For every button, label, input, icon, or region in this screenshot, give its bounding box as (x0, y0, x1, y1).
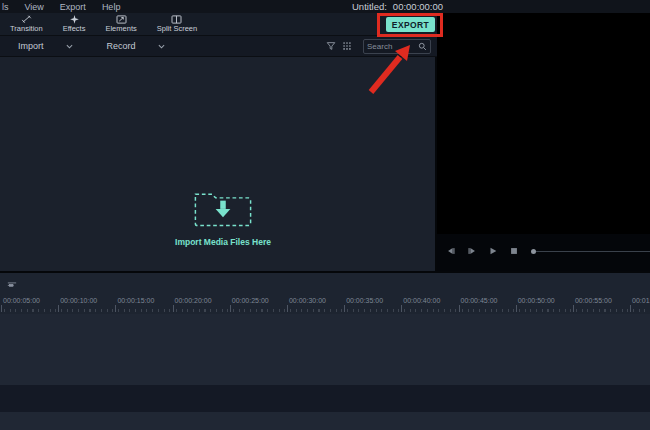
ruler-ticks (115, 305, 172, 312)
stop-icon (509, 246, 519, 256)
manage-tracks-button[interactable] (4, 277, 20, 293)
ruler-cell: 00:00:15:00 (115, 296, 172, 314)
filmora-window: ls View Export Help Untitled: 00:00:00:0… (0, 0, 650, 430)
media-library-header: Import Record (0, 36, 437, 57)
transition-label: Transition (10, 25, 43, 33)
ruler-ticks (230, 305, 287, 312)
ruler-cell: 00:00:10:00 (58, 296, 115, 314)
import-hint-label: Import Media Files Here (175, 237, 271, 247)
menu-item-export[interactable]: Export (60, 2, 86, 12)
window-title: Untitled: 00:00:00:00 (352, 1, 443, 12)
menu-item-view[interactable]: View (25, 2, 44, 12)
timeline-track-area[interactable] (0, 314, 650, 385)
split-screen-icon (171, 15, 182, 24)
step-backward-button[interactable] (445, 245, 457, 257)
ruler-label: 00:00:50:00 (516, 296, 573, 305)
timeline-audio-track[interactable] (0, 385, 650, 412)
grid-view-icon (342, 41, 352, 51)
transition-icon (21, 15, 32, 24)
ruler-cell: 00:00:30:00 (287, 296, 344, 314)
ruler-label: 00:00:55:00 (573, 296, 630, 305)
ruler-ticks (58, 305, 115, 312)
effects-label: Effects (63, 25, 86, 33)
ruler-ticks (401, 305, 458, 312)
ruler-cell: 00:01:00:00 (630, 296, 650, 314)
ruler-label: 00:00:40:00 (401, 296, 458, 305)
timeline-lower-track[interactable] (0, 412, 650, 430)
ruler-cell: 00:00:25:00 (230, 296, 287, 314)
preview-panel (437, 13, 650, 271)
seek-track[interactable] (536, 251, 650, 252)
ruler-cell: 00:00:20:00 (173, 296, 230, 314)
import-dropdown[interactable]: Import (18, 41, 73, 51)
import-dropdown-label: Import (18, 41, 44, 51)
ruler-label: 00:00:20:00 (173, 296, 230, 305)
elements-icon (116, 15, 127, 24)
search-icon (418, 42, 427, 51)
timeline-toolbar (0, 273, 650, 296)
preview-screen (437, 13, 650, 234)
ruler-cell: 00:00:35:00 (344, 296, 401, 314)
filter-button[interactable] (323, 38, 339, 54)
project-timecode: 00:00:00:00 (393, 1, 443, 12)
ruler-cell: 00:00:55:00 (573, 296, 630, 314)
playback-controls (437, 239, 650, 263)
export-button[interactable]: EXPORT (386, 17, 435, 32)
menu-item-tools[interactable]: ls (2, 2, 9, 12)
ruler-ticks (344, 305, 401, 312)
ruler-label: 00:00:35:00 (344, 296, 401, 305)
search-input[interactable] (367, 42, 415, 51)
project-title: Untitled: (352, 1, 387, 12)
ruler-ticks (459, 305, 516, 312)
ruler-cell: 00:00:45:00 (459, 296, 516, 314)
search-box[interactable] (363, 39, 431, 54)
step-forward-icon (467, 246, 477, 256)
split-screen-button[interactable]: Split Screen (147, 13, 207, 36)
media-library-panel: Import Media Files Here (0, 57, 437, 271)
import-folder-icon (190, 185, 256, 231)
timeline-panel: 00:00:05:00 00:00:10:00 00:00:15:00 00:0… (0, 271, 650, 430)
stop-button[interactable] (508, 245, 520, 257)
elements-button[interactable]: Elements (95, 13, 146, 36)
elements-label: Elements (105, 25, 136, 33)
download-arrow-icon (216, 201, 231, 218)
effects-icon (69, 15, 80, 24)
step-forward-button[interactable] (466, 245, 478, 257)
ruler-label: 00:00:25:00 (230, 296, 287, 305)
ruler-ticks (1, 305, 58, 312)
timeline-ruler[interactable]: 00:00:05:00 00:00:10:00 00:00:15:00 00:0… (1, 296, 650, 314)
seek-slider[interactable] (531, 249, 650, 254)
menu-bar: ls View Export Help Untitled: 00:00:00:0… (0, 0, 650, 13)
ruler-ticks (516, 305, 573, 312)
record-dropdown-label: Record (107, 41, 136, 51)
ruler-cell: 00:00:40:00 (401, 296, 458, 314)
ruler-label: 00:00:15:00 (115, 296, 172, 305)
grid-view-button[interactable] (339, 38, 355, 54)
play-button[interactable] (487, 245, 499, 257)
main-toolbar: Transition Effects Elements Split Screen (0, 13, 437, 36)
ruler-label: 00:01:00:00 (630, 296, 650, 305)
ruler-label: 00:00:30:00 (287, 296, 344, 305)
filter-icon (326, 41, 336, 51)
chevron-down-icon (66, 44, 73, 49)
play-icon (488, 246, 498, 256)
import-media-dropzone[interactable]: Import Media Files Here (178, 185, 268, 247)
ruler-label: 00:00:45:00 (459, 296, 516, 305)
step-backward-icon (446, 246, 456, 256)
ruler-ticks (287, 305, 344, 312)
menu-item-help[interactable]: Help (102, 2, 121, 12)
ruler-label: 00:00:05:00 (1, 296, 58, 305)
record-dropdown[interactable]: Record (107, 41, 165, 51)
transition-button[interactable]: Transition (0, 13, 53, 36)
ruler-label: 00:00:10:00 (58, 296, 115, 305)
split-screen-label: Split Screen (157, 25, 197, 33)
ruler-cell: 00:00:50:00 (516, 296, 573, 314)
effects-button[interactable]: Effects (53, 13, 96, 36)
ruler-ticks (573, 305, 630, 312)
manage-tracks-icon (7, 280, 17, 290)
ruler-ticks (630, 305, 650, 312)
ruler-cell: 00:00:05:00 (1, 296, 58, 314)
ruler-ticks (173, 305, 230, 312)
chevron-down-icon (158, 44, 165, 49)
